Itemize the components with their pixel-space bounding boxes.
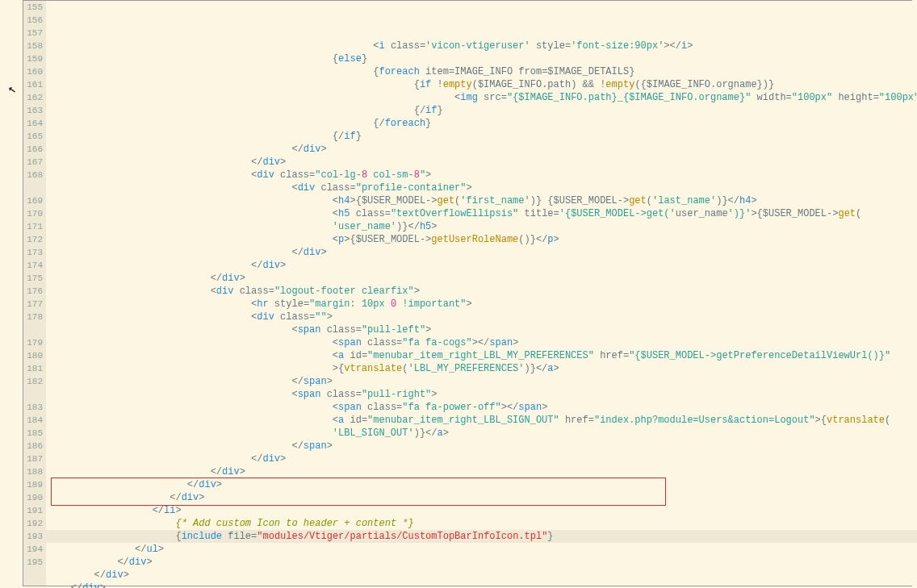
line-number: 167 bbox=[25, 156, 43, 169]
code-line: <span class="pull-left"> bbox=[46, 323, 917, 336]
code-line: </div> bbox=[46, 259, 917, 272]
line-number: 171 bbox=[25, 220, 43, 233]
code-line: </div> bbox=[46, 272, 917, 285]
line-number: 179 bbox=[25, 336, 43, 349]
line-number: 186 bbox=[25, 440, 43, 452]
line-number bbox=[25, 323, 43, 336]
code-line: </div> bbox=[46, 143, 917, 156]
code-line: {include file="modules/Vtiger/partials/C… bbox=[46, 530, 917, 543]
line-number: 192 bbox=[25, 517, 43, 530]
code-line: <div class="profile-container"> bbox=[46, 181, 917, 194]
code-line: <a id="menubar_item_right_LBL_SIGN_OUT" … bbox=[46, 414, 917, 427]
code-line: >{vtranslate('LBL_MY_PREFERENCES')}</a> bbox=[46, 362, 917, 375]
line-number: 169 bbox=[25, 194, 43, 207]
line-number: 193 bbox=[25, 530, 43, 543]
code-line: </span> bbox=[46, 375, 917, 388]
line-number: 155 bbox=[25, 1, 43, 14]
line-number: 195 bbox=[25, 556, 43, 569]
line-number-gutter: 1551561571581591601611621631641651661671… bbox=[23, 1, 46, 586]
code-line: </span> bbox=[46, 440, 917, 452]
line-number: 156 bbox=[25, 14, 43, 27]
code-line: <hr style="margin: 10px 0 !important"> bbox=[46, 298, 917, 311]
code-line: <span class="pull-right"> bbox=[46, 388, 917, 401]
code-line: {foreach item=IMAGE_INFO from=$IMAGE_DET… bbox=[46, 65, 917, 78]
code-line: <span class="fa fa-cogs"></span> bbox=[46, 336, 917, 349]
line-number: 176 bbox=[25, 285, 43, 298]
line-number: 174 bbox=[25, 259, 43, 272]
code-line: {else} bbox=[46, 52, 917, 65]
line-number: 183 bbox=[25, 401, 43, 414]
line-number bbox=[25, 181, 43, 194]
code-line: </div> bbox=[46, 478, 917, 491]
line-number: 180 bbox=[25, 349, 43, 362]
code-line: {/if} bbox=[46, 130, 917, 143]
code-line: <div class=""> bbox=[46, 311, 917, 323]
line-number: 160 bbox=[25, 65, 43, 78]
code-line: <h4>{$USER_MODEL->get('first_name')} {$U… bbox=[46, 194, 917, 207]
line-number: 189 bbox=[25, 478, 43, 491]
code-line: 'user_name')}</h5> bbox=[46, 220, 917, 233]
line-number: 177 bbox=[25, 298, 43, 311]
code-line: <img src="{$IMAGE_INFO.path}_{$IMAGE_INF… bbox=[46, 91, 917, 104]
line-number: 181 bbox=[25, 362, 43, 375]
code-line: <p>{$USER_MODEL->getUserRoleName()}</p> bbox=[46, 233, 917, 246]
code-line: </div> bbox=[46, 491, 917, 504]
line-number: 163 bbox=[25, 104, 43, 117]
line-number: 187 bbox=[25, 452, 43, 465]
line-number: 173 bbox=[25, 246, 43, 259]
code-line: <span class="fa fa-power-off"></span> bbox=[46, 401, 917, 414]
line-number: 165 bbox=[25, 130, 43, 143]
code-line: <div class="col-lg-8 col-sm-8"> bbox=[46, 169, 917, 181]
line-number: 159 bbox=[25, 52, 43, 65]
line-number: 170 bbox=[25, 207, 43, 220]
line-number: 194 bbox=[25, 543, 43, 556]
code-line: </div> bbox=[46, 246, 917, 259]
code-line: 'LBL_SIGN_OUT')}</a> bbox=[46, 427, 917, 440]
line-number: 168 bbox=[25, 169, 43, 181]
code-line: <i class='vicon-vtigeruser' style='font-… bbox=[46, 40, 917, 52]
line-number: 161 bbox=[25, 78, 43, 91]
line-number: 190 bbox=[25, 491, 43, 504]
line-number: 178 bbox=[25, 311, 43, 323]
code-line: </ul> bbox=[46, 543, 917, 556]
code-line: </div> bbox=[46, 569, 917, 582]
code-line: <h5 class="textOverflowEllipsis" title='… bbox=[46, 207, 917, 220]
code-line: {/foreach} bbox=[46, 117, 917, 130]
line-number: 158 bbox=[25, 40, 43, 52]
mouse-cursor-icon: ↖ bbox=[6, 80, 17, 97]
code-line: </div> bbox=[46, 556, 917, 569]
line-number: 182 bbox=[25, 375, 43, 388]
code-line: </div> bbox=[46, 156, 917, 169]
code-line: </div> bbox=[46, 582, 917, 588]
line-number bbox=[25, 388, 43, 401]
code-line: {if !empty($IMAGE_INFO.path) && !empty({… bbox=[46, 78, 917, 91]
line-number: 166 bbox=[25, 143, 43, 156]
code-line: {/if} bbox=[46, 104, 917, 117]
line-number: 164 bbox=[25, 117, 43, 130]
editor-frame: 1551561571581591601611621631641651661671… bbox=[23, 0, 912, 586]
line-number: 157 bbox=[25, 27, 43, 40]
line-number: 188 bbox=[25, 465, 43, 478]
line-number: 184 bbox=[25, 414, 43, 427]
code-line: </div> bbox=[46, 452, 917, 465]
line-number: 162 bbox=[25, 91, 43, 104]
code-line: </li> bbox=[46, 504, 917, 517]
code-line: <div class="logout-footer clearfix"> bbox=[46, 285, 917, 298]
code-line: <a id="menubar_item_right_LBL_MY_PREFERE… bbox=[46, 349, 917, 362]
line-number: 175 bbox=[25, 272, 43, 285]
line-number: 185 bbox=[25, 427, 43, 440]
code-line: {* Add custom Icon to header + content *… bbox=[46, 517, 917, 530]
line-number: 172 bbox=[25, 233, 43, 246]
code-area: 1551561571581591601611621631641651661671… bbox=[23, 1, 911, 586]
code-line: </div> bbox=[46, 465, 917, 478]
code-content[interactable]: <i class='vicon-vtigeruser' style='font-… bbox=[46, 1, 917, 586]
line-number: 191 bbox=[25, 504, 43, 517]
